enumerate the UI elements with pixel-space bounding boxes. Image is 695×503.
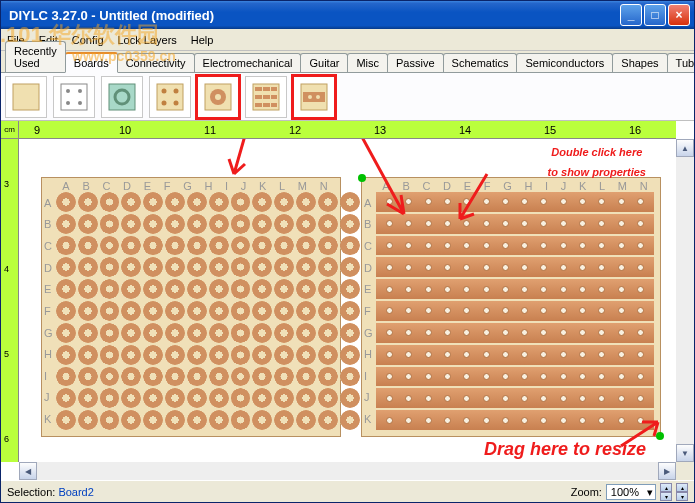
tab-semiconductors[interactable]: Semiconductors — [516, 53, 613, 72]
tool-breadboard[interactable] — [53, 76, 95, 118]
selection-label: Selection: — [7, 486, 55, 498]
annotation-drag-resize: Drag here to resize — [484, 440, 646, 460]
svg-point-11 — [162, 100, 167, 105]
svg-point-9 — [162, 88, 167, 93]
svg-rect-23 — [255, 103, 262, 107]
svg-point-5 — [78, 101, 82, 105]
vertical-scrollbar[interactable]: ▲ ▼ — [676, 139, 694, 462]
tool-vero-board[interactable] — [293, 76, 335, 118]
zoom-down-button[interactable]: ▾ — [660, 492, 672, 501]
tab-recently-used[interactable]: Recently Used — [5, 41, 66, 72]
svg-rect-20 — [255, 95, 262, 99]
maximize-button[interactable]: □ — [644, 4, 666, 26]
tab-schematics[interactable]: Schematics — [443, 53, 518, 72]
tab-electromechanical[interactable]: Electromechanical — [194, 53, 302, 72]
scroll-up-button[interactable]: ▲ — [676, 139, 694, 157]
tab-guitar[interactable]: Guitar — [300, 53, 348, 72]
board1-perfboard[interactable]: ABCDEFGHIJKLMN ABCDEFGHIJK — [41, 177, 341, 437]
menu-lock-layers[interactable]: Lock Layers — [118, 34, 177, 46]
menu-help[interactable]: Help — [191, 34, 214, 46]
tab-passive[interactable]: Passive — [387, 53, 444, 72]
svg-rect-1 — [61, 84, 87, 110]
svg-point-15 — [215, 94, 221, 100]
svg-rect-18 — [263, 87, 270, 91]
zoom-select[interactable]: 100%▾ — [606, 484, 656, 500]
scroll-corner — [676, 462, 694, 480]
tool-eyelet-board[interactable] — [101, 76, 143, 118]
svg-rect-6 — [109, 84, 135, 110]
svg-rect-0 — [13, 84, 39, 110]
tool-perf-board-pads[interactable] — [197, 76, 239, 118]
svg-rect-8 — [157, 84, 183, 110]
tool-perf-board[interactable] — [149, 76, 191, 118]
scroll-down-button[interactable]: ▼ — [676, 444, 694, 462]
svg-point-4 — [66, 101, 70, 105]
tab-tubes[interactable]: Tubes — [667, 53, 695, 72]
svg-rect-17 — [255, 87, 262, 91]
statusbar: Selection: Board2 Zoom: 100%▾ ▴ ▾ ▴ ▾ — [1, 480, 694, 502]
board-toolbar — [1, 73, 694, 121]
scroll-right-button[interactable]: ▶ — [658, 462, 676, 480]
ruler-horizontal[interactable]: 9 10 11 12 13 14 15 16 — [19, 121, 676, 139]
tool-blank-board[interactable] — [5, 76, 47, 118]
svg-rect-27 — [303, 92, 325, 102]
svg-point-10 — [174, 88, 179, 93]
red-arrow-3-icon — [452, 169, 502, 229]
tab-shapes[interactable]: Shapes — [612, 53, 667, 72]
canvas-area: cm 9 10 11 12 13 14 15 16 3 4 5 6 Double… — [1, 121, 694, 480]
board1-row-labels: ABCDEFGHIJK — [44, 192, 53, 430]
svg-point-12 — [174, 100, 179, 105]
board1-col-labels: ABCDEFGHIJKLMN — [56, 180, 334, 192]
svg-rect-24 — [263, 103, 270, 107]
url-watermark: www.pc0359.cn — [72, 48, 176, 64]
svg-point-28 — [308, 95, 312, 99]
menu-config[interactable]: Config — [72, 34, 104, 46]
ruler-corner[interactable]: cm — [1, 121, 19, 139]
selection-value: Board2 — [58, 486, 93, 498]
minimize-button[interactable]: _ — [620, 4, 642, 26]
scroll-left-button[interactable]: ◀ — [19, 462, 37, 480]
svg-point-2 — [66, 89, 70, 93]
zoom-label: Zoom: — [571, 486, 602, 498]
nav-down-button[interactable]: ▾ — [676, 492, 688, 501]
svg-rect-21 — [263, 95, 270, 99]
svg-point-3 — [78, 89, 82, 93]
window-title: DIYLC 3.27.0 - Untitled (modified) — [9, 8, 618, 23]
nav-up-button[interactable]: ▴ — [676, 483, 688, 492]
svg-point-29 — [316, 95, 320, 99]
horizontal-scrollbar[interactable]: ◀ ▶ — [19, 462, 676, 480]
ruler-vertical[interactable]: 3 4 5 6 — [1, 139, 19, 462]
design-canvas[interactable]: Double click here to show properties Dra… — [19, 139, 676, 462]
tab-misc[interactable]: Misc — [347, 53, 388, 72]
red-arrow-2-icon — [329, 139, 419, 229]
titlebar: DIYLC 3.27.0 - Untitled (modified) _ □ × — [1, 1, 694, 29]
svg-rect-22 — [271, 95, 277, 99]
close-button[interactable]: × — [668, 4, 690, 26]
red-arrow-1-icon — [219, 139, 279, 189]
tool-tri-pad[interactable] — [245, 76, 287, 118]
board1-holes — [42, 178, 340, 436]
svg-rect-19 — [271, 87, 277, 91]
zoom-up-button[interactable]: ▴ — [660, 483, 672, 492]
annotation-double-click: Double click here to show properties — [548, 141, 646, 181]
svg-rect-25 — [271, 103, 277, 107]
